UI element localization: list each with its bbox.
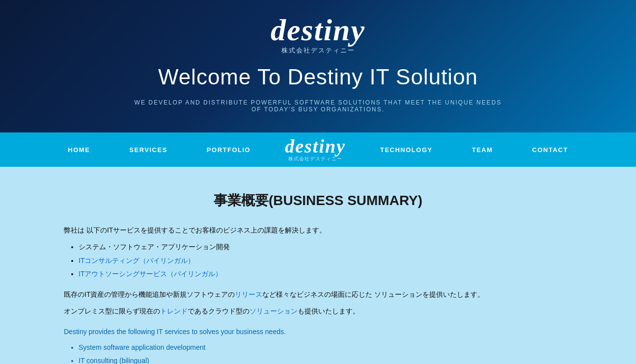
section-title: 事業概要(BUSINESS SUMMARY): [64, 191, 572, 210]
nav-item-services[interactable]: SERVICES: [110, 146, 187, 154]
ja-list-item-3-text: ITアウトソーシングサービス（バイリンガル）: [79, 270, 222, 278]
nav-logo-main: destiny: [285, 137, 346, 156]
nav-links: HOME SERVICES PORTFOLIO destiny 株式会社デスティ…: [0, 137, 636, 162]
nav-item-technology[interactable]: TECHNOLOGY: [360, 146, 452, 154]
nav-item-portfolio[interactable]: PORTFOLIO: [187, 146, 270, 154]
navbar: HOME SERVICES PORTFOLIO destiny 株式会社デスティ…: [0, 132, 636, 167]
hero-logo-text: destiny: [10, 15, 626, 45]
ja-intro-block: 弊社は 以下のITサービスを提供することでお客様のビジネス上の課題を解決します。…: [64, 225, 572, 280]
nav-logo-sub: 株式会社デスティニー: [288, 156, 342, 162]
en-feature-list: System software application development …: [79, 342, 572, 364]
ja-feature-list: システム・ソフトウェア・アプリケーション開発 ITコンサルティング（バイリンガル…: [79, 241, 572, 280]
en-list-item-2: IT consulting (bilingual): [79, 355, 572, 364]
hero-logo: destiny 株式会社デスティニー: [10, 15, 626, 55]
ja-list-item-2: ITコンサルティング（バイリンガル）: [79, 255, 572, 267]
ja-intro-text: 弊社は 以下のITサービスを提供することでお客様のビジネス上の課題を解決します。: [64, 225, 572, 236]
en-intro-block: Destiny provides the following IT servic…: [64, 326, 572, 364]
ja-paragraph-block: 既存のIT資産の管理から機能追加や新規ソフトウェアのリリースなど様々なビジネスの…: [64, 289, 572, 317]
main-content: 事業概要(BUSINESS SUMMARY) 弊社は 以下のITサービスを提供す…: [0, 167, 636, 364]
hero-title: Welcome To Destiny IT Solution: [10, 65, 626, 89]
hero-section: destiny 株式会社デスティニー Welcome To Destiny IT…: [0, 0, 636, 132]
ja-paragraph-1: 既存のIT資産の管理から機能追加や新規ソフトウェアのリリースなど様々なビジネスの…: [64, 289, 572, 301]
nav-logo-center: destiny 株式会社デスティニー: [270, 137, 360, 162]
ja-paragraph-2: オンプレミス型に限らず現在のトレンドであるクラウド型のソリューションも提供いたし…: [64, 306, 572, 317]
ja-list-item-3: ITアウトソーシングサービス（バイリンガル）: [79, 268, 572, 280]
nav-item-team[interactable]: TEAM: [452, 146, 513, 154]
hero-subtitle: WE DEVELOP AND DISTRIBUTE POWERFUL SOFTW…: [134, 99, 502, 113]
ja-list-item-1: システム・ソフトウェア・アプリケーション開発: [79, 241, 572, 253]
en-intro-text: Destiny provides the following IT servic…: [64, 326, 572, 338]
nav-item-contact[interactable]: CONTACT: [513, 146, 588, 154]
nav-item-home[interactable]: HOME: [48, 146, 110, 154]
en-list-item-1: System software application development: [79, 342, 572, 354]
hero-logo-sub: 株式会社デスティニー: [10, 46, 626, 55]
ja-list-item-2-text: ITコンサルティング（バイリンガル）: [79, 257, 194, 264]
